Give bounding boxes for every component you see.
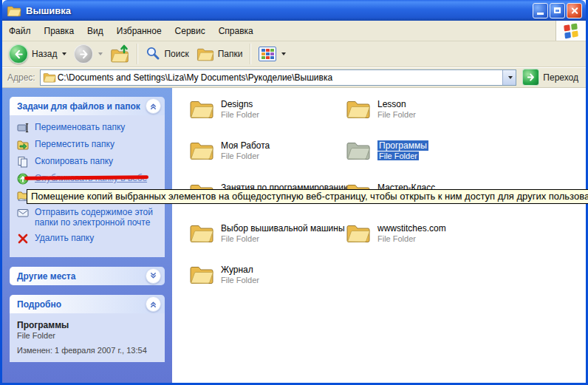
address-dropdown-button[interactable] [502,70,516,85]
folder-type: File Folder [221,151,259,160]
folder-icon [346,98,371,119]
folder-name: Программы [377,140,428,151]
copy-folder-icon [17,156,29,168]
folder-type: File Folder [221,276,259,285]
maximize-button[interactable] [550,3,565,18]
menu-edit[interactable]: Правка [38,21,81,41]
back-button[interactable]: Назад [5,43,70,65]
minimize-icon [537,13,544,15]
address-combo[interactable] [40,69,517,86]
task-move-folder[interactable]: Переместить папку [17,139,160,151]
address-input[interactable] [56,72,503,83]
details-panel-title: Подробно [17,299,61,310]
move-folder-icon [17,139,29,151]
task-pane: Задачи для файлов и папок Переименовать … [2,88,172,383]
folder-type: File Folder [221,110,259,119]
folder-name: Журнал [221,265,253,275]
email-icon [17,207,29,219]
task-label: Удалить папку [35,233,94,243]
folder-item[interactable]: Designs File Folder [189,98,259,120]
folder-icon [346,222,371,243]
details-item-name: Программы [17,320,160,330]
folder-item[interactable]: wwwstitches.com File Folder [346,222,446,244]
delete-icon [17,233,29,245]
menu-file[interactable]: Файл [2,21,38,41]
views-dropdown-icon[interactable] [281,52,286,55]
collapse-chevron-up-icon[interactable] [146,98,161,114]
go-button[interactable]: Переход [522,69,578,86]
folder-item[interactable]: Моя Работа File Folder [189,140,270,161]
window-title: Вышивка [26,5,531,16]
task-label: Отправить содержимое этой папки по элект… [35,207,160,228]
folder-view[interactable]: Designs File Folder Lesson File Folder М… [172,88,586,383]
folder-name: Lesson [377,99,406,109]
details-item-type: File Folder [17,331,160,340]
search-icon [146,46,160,63]
task-label: Переименовать папку [35,122,125,132]
menu-tools[interactable]: Сервис [168,21,212,41]
address-bar: Адрес: Переход [2,67,586,88]
folder-item-selected[interactable]: Программы File Folder [346,140,428,161]
windows-logo [555,21,586,41]
folder-type: File Folder [377,110,416,119]
go-icon [522,69,539,86]
back-dropdown-icon[interactable] [62,52,66,55]
window-folder-icon [7,4,21,17]
folder-icon [346,140,371,160]
collapse-chevron-up-icon[interactable] [146,296,161,312]
close-button[interactable] [567,3,582,18]
folder-name: Моя Работа [221,140,270,151]
folder-item[interactable]: Lesson File Folder [346,98,416,120]
title-bar[interactable]: Вышивка [2,0,586,21]
folder-icon [189,98,214,119]
tasks-panel-title: Задачи для файлов и папок [17,101,140,112]
details-panel-header[interactable]: Подробно [10,295,165,313]
expand-chevron-down-icon[interactable] [146,268,161,284]
rename-folder-icon [17,122,29,134]
tooltip: Помещение копий выбранных элементов на о… [27,189,588,204]
task-delete-folder[interactable]: Удалить папку [17,233,160,245]
folder-item[interactable]: Журнал File Folder [189,264,259,285]
back-label: Назад [32,49,57,59]
tasks-panel-body: Переименовать папку Переместить папку Ск… [10,115,165,257]
up-folder-icon [110,45,129,63]
other-places-header[interactable]: Другие места [10,267,165,285]
details-item-modified: Изменен: 1 февраля 2007 г., 13:54 [17,346,160,355]
windows-flag-icon [564,23,578,38]
menu-help[interactable]: Справка [212,21,260,41]
folders-button[interactable]: Папки [193,45,247,63]
folder-type: File Folder [377,234,416,243]
task-rename-folder[interactable]: Переименовать папку [17,122,160,134]
folder-name: Выбор вышивальной машины [221,223,345,234]
minimize-button[interactable] [533,3,548,18]
toolbar-separator [137,44,138,64]
menu-bar: Файл Правка Вид Избранное Сервис Справка [2,21,586,41]
task-label: Скопировать папку [35,156,113,166]
maximize-icon [554,7,561,13]
search-label: Поиск [164,49,188,59]
folder-icon [189,264,214,285]
toolbar-separator [250,44,251,64]
task-copy-folder[interactable]: Скопировать папку [17,156,160,168]
up-button[interactable] [106,44,133,64]
views-icon [259,47,276,61]
task-email-folder[interactable]: Отправить содержимое этой папки по элект… [17,207,160,228]
details-panel-body: Программы File Folder Изменен: 1 февраля… [10,313,165,362]
panel-details: Подробно Программы File Folder Изменен: … [10,295,165,362]
search-button[interactable]: Поиск [142,44,192,64]
address-label: Адрес: [4,72,40,83]
views-button[interactable] [255,45,290,63]
folder-item[interactable]: Выбор вышивальной машины File Folder [189,222,345,244]
folder-name: wwwstitches.com [377,223,446,234]
forward-dropdown-icon[interactable] [98,52,103,55]
close-icon [570,7,578,15]
menu-view[interactable]: Вид [81,21,110,41]
forward-button[interactable] [70,43,106,65]
folder-icon [189,222,214,243]
folder-name: Designs [221,99,253,109]
tasks-panel-header[interactable]: Задачи для файлов и папок [10,97,165,115]
menu-favorites[interactable]: Избранное [110,21,168,41]
toolbar: Назад Поиск [2,41,586,67]
other-places-title: Другие места [17,271,75,282]
go-label: Переход [543,72,578,83]
